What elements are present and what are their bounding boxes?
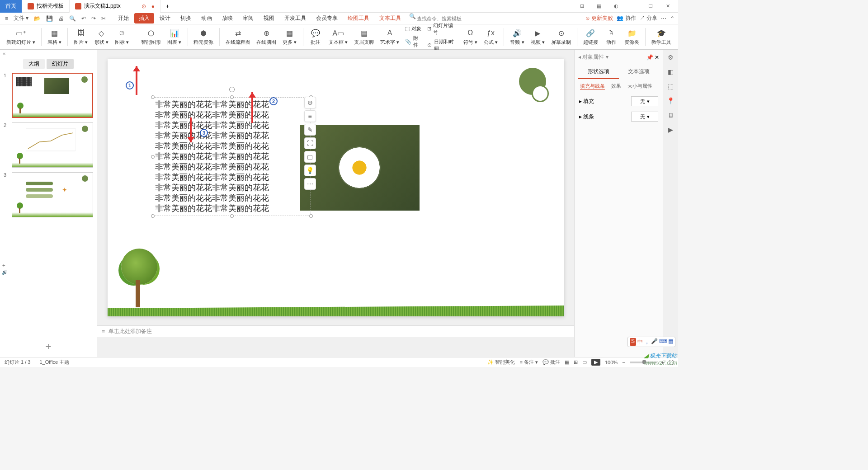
ribbon-picture[interactable]: 🖼图片 ▾ <box>71 27 90 47</box>
close-panel-icon[interactable]: ✕ <box>655 54 659 61</box>
tab-template[interactable]: 找稻壳模板 <box>22 0 70 13</box>
view-reading-icon[interactable]: ▭ <box>582 359 587 365</box>
side-monitor-icon[interactable]: 🖥 <box>667 111 675 119</box>
resize-handle[interactable] <box>230 95 234 99</box>
slide-thumbnail-2[interactable] <box>12 122 93 168</box>
panel-tab-slides[interactable]: 幻灯片 <box>47 59 74 69</box>
open-icon[interactable]: 📂 <box>33 14 42 23</box>
collapse-ribbon-icon[interactable]: ⌃ <box>670 15 675 22</box>
comment-toggle[interactable]: 💬 批注 <box>542 359 560 366</box>
ribbon-textbox[interactable]: A▭文本框 ▾ <box>326 27 350 47</box>
ime-zhong[interactable]: 中 <box>637 338 643 346</box>
pin-icon[interactable]: 📌 <box>646 54 653 61</box>
ribbon-respkg[interactable]: 📁资源夹 <box>622 27 642 47</box>
menu-text-tools[interactable]: 文本工具 <box>375 13 406 24</box>
side-location-icon[interactable]: 📍 <box>667 97 675 105</box>
menu-draw-tools[interactable]: 绘图工具 <box>343 13 374 24</box>
slide-thumbnail-3[interactable]: ✦ <box>12 172 93 217</box>
slideshow-button[interactable]: ▶ <box>591 359 600 366</box>
menu-transition[interactable]: 切换 <box>176 13 196 24</box>
undo-icon[interactable]: ↶ <box>80 14 87 23</box>
collab-button[interactable]: 👥 协作 <box>617 14 636 22</box>
ribbon-object[interactable]: ⬚ 对象 <box>403 24 424 33</box>
subtab-size[interactable]: 大小与属性 <box>627 83 652 90</box>
zoom-slider[interactable] <box>630 362 657 363</box>
share-button[interactable]: ↗ 分享 <box>640 14 657 22</box>
side-settings-icon[interactable]: ⚙ <box>667 53 675 61</box>
file-menu[interactable]: 文件 ▾ <box>12 14 30 23</box>
side-style-icon[interactable]: ◧ <box>667 68 675 76</box>
resize-handle[interactable] <box>151 214 155 218</box>
ribbon-flowchart[interactable]: ⇄在线流程图 <box>223 27 252 47</box>
ribbon-action[interactable]: 🖱动作 <box>602 27 620 47</box>
tab-document[interactable]: 演示文稿1.pptx⊙● <box>70 0 160 13</box>
resize-handle[interactable] <box>230 214 234 218</box>
prop-tab-shape[interactable]: 形状选项 <box>578 65 619 79</box>
maximize-button[interactable]: ☐ <box>644 2 657 11</box>
add-slide-button[interactable]: + <box>0 336 97 357</box>
ribbon-attach[interactable]: 📎 附件 <box>403 34 424 49</box>
side-shape-icon[interactable]: ⬚ <box>667 82 675 90</box>
ribbon-screenrec[interactable]: ⊙屏幕录制 <box>549 27 573 47</box>
tab-add[interactable]: + <box>160 0 175 13</box>
flower-image[interactable] <box>300 125 420 211</box>
subtab-effect[interactable]: 效果 <box>611 83 621 90</box>
prop-tab-text[interactable]: 文本选项 <box>619 65 660 79</box>
ribbon-comment[interactable]: 💬批注 <box>307 27 325 47</box>
fit-icon[interactable]: ⛶ <box>669 360 674 365</box>
menu-animation[interactable]: 动画 <box>197 13 217 24</box>
beautify-button[interactable]: ✨ 智能美化 <box>487 359 515 366</box>
rotate-handle[interactable] <box>229 87 235 92</box>
apps-icon[interactable]: ▦ <box>592 2 606 11</box>
ribbon-table[interactable]: ▦表格 ▾ <box>45 27 64 47</box>
ribbon-mindmap[interactable]: ⊛在线脑图 <box>254 27 278 47</box>
more-icon[interactable]: ⋯ <box>661 15 666 22</box>
ribbon-audio[interactable]: 🔊音频 ▾ <box>508 27 526 47</box>
layout-icon[interactable]: ⊞ <box>575 2 589 11</box>
resize-handle[interactable] <box>151 155 155 159</box>
print-icon[interactable]: 🖨 <box>57 14 65 23</box>
ribbon-more[interactable]: ▦更多 ▾ <box>280 27 299 47</box>
view-sorter-icon[interactable]: ⊞ <box>574 359 578 365</box>
menu-dev[interactable]: 开发工具 <box>280 13 311 24</box>
float-more[interactable]: ⋯ <box>304 178 316 190</box>
ribbon-wordart[interactable]: A艺术字 ▾ <box>378 27 401 47</box>
ribbon-headerfooter[interactable]: ▤页眉页脚 <box>352 27 376 47</box>
tab-home[interactable]: 首页 <box>0 0 22 13</box>
ribbon-shape[interactable]: ◇形状 ▾ <box>92 27 111 47</box>
slide-thumbnail-1[interactable]: ████████████████████████████████████████… <box>12 73 93 118</box>
cut-icon[interactable]: ✂ <box>100 14 107 23</box>
notes-placeholder[interactable]: 单击此处添加备注 <box>108 328 152 335</box>
ribbon-smartart[interactable]: ⬡智能图形 <box>139 27 163 47</box>
resize-handle[interactable] <box>309 214 313 218</box>
ribbon-icon[interactable]: ☺图标 ▾ <box>113 27 131 47</box>
line-select[interactable]: 无 ▾ <box>631 112 658 122</box>
menu-design[interactable]: 设计 <box>155 13 175 24</box>
redo-icon[interactable]: ↷ <box>90 14 97 23</box>
ribbon-formula[interactable]: ƒx公式 ▾ <box>481 27 500 47</box>
float-layers[interactable]: ≡ <box>304 110 316 122</box>
menu-icon[interactable]: ≡ <box>4 14 9 23</box>
ribbon-symbol[interactable]: Ω符号 ▾ <box>461 27 479 47</box>
ribbon-slidenum[interactable]: ⊡ 幻灯片编号 <box>425 21 459 37</box>
menu-review[interactable]: 审阅 <box>238 13 258 24</box>
update-fail-badge[interactable]: ⊙ 更新失败 <box>585 14 613 22</box>
user-avatar[interactable]: ◐ <box>609 2 623 11</box>
preview-icon[interactable]: 🔍 <box>68 14 77 23</box>
minimize-button[interactable]: — <box>627 2 640 11</box>
textbox-selected[interactable]: 非常美丽的花花非常美丽的花花 非常美丽的花花非常美丽的花花 非常美丽的花花非常美… <box>153 97 311 216</box>
canvas-area[interactable]: 非常美丽的花花非常美丽的花花 非常美丽的花花非常美丽的花花 非常美丽的花花非常美… <box>97 50 574 357</box>
ribbon-chart[interactable]: 📊图表 ▾ <box>165 27 184 47</box>
menu-insert[interactable]: 插入 <box>134 13 154 24</box>
float-pen[interactable]: ✎ <box>304 124 316 136</box>
slide-canvas[interactable]: 非常美丽的花花非常美丽的花花 非常美丽的花花非常美丽的花花 非常美丽的花花非常美… <box>108 59 564 316</box>
save-icon[interactable]: 💾 <box>45 14 54 23</box>
notes-bar[interactable]: ≡ 单击此处添加备注 <box>97 325 574 337</box>
ribbon-teachtool[interactable]: 🎓教学工具 <box>649 27 674 47</box>
float-minus[interactable]: ⊖ <box>304 97 316 108</box>
zoom-value[interactable]: 100% <box>605 360 618 365</box>
notes-toggle[interactable]: ≡ 备注 ▾ <box>519 359 538 366</box>
menu-view[interactable]: 视图 <box>259 13 279 24</box>
view-normal-icon[interactable]: ▦ <box>565 359 569 365</box>
menu-member[interactable]: 会员专享 <box>311 13 342 24</box>
